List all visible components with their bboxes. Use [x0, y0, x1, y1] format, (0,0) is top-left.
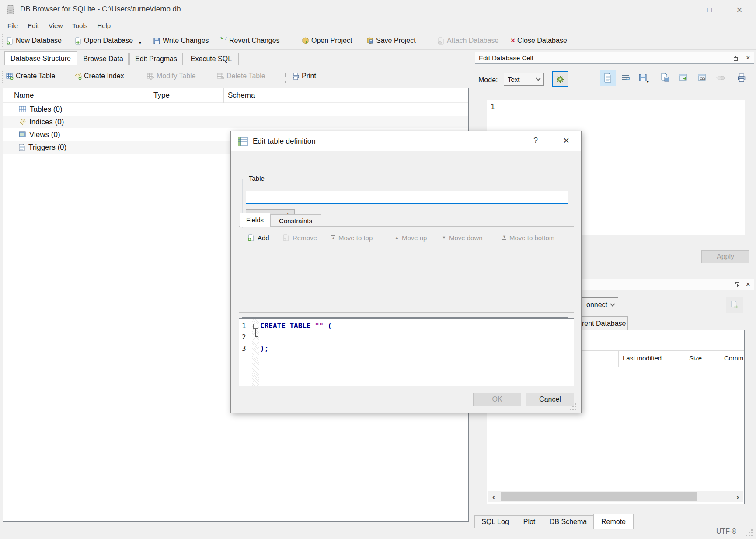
menu-view[interactable]: View [44, 19, 67, 32]
remote-push-button[interactable] [726, 297, 743, 313]
tree-row-tables[interactable]: Tables (0) [3, 103, 468, 116]
col-commit[interactable]: Comm [724, 354, 743, 362]
revert-changes-button[interactable]: Revert Changes [219, 34, 280, 47]
scrollbar-thumb[interactable] [501, 492, 697, 501]
add-field-icon [247, 234, 254, 241]
tab-constraints[interactable]: Constraints [270, 214, 321, 227]
attach-database-button[interactable]: Attach Database [437, 34, 498, 47]
open-database-button[interactable]: Open Database [74, 34, 133, 47]
move-bottom-icon: ▼ [502, 235, 506, 240]
open-in-external-button[interactable] [676, 70, 691, 86]
modify-table-button[interactable]: Modify Table [147, 70, 196, 83]
chevron-down-icon [610, 301, 615, 306]
import-text-button[interactable]: ▼ [635, 70, 651, 86]
move-down-button[interactable]: ▼ Move down [442, 232, 483, 243]
word-wrap-button[interactable] [618, 70, 634, 86]
sql-preview-editor[interactable]: 1 2 3 − CREATE TABLE "" ( ); [239, 318, 574, 386]
close-database-button[interactable]: × Close Database [511, 34, 567, 47]
tree-row-indices[interactable]: Indices (0) [3, 116, 468, 128]
move-bottom-button[interactable]: ▼ Move to bottom [502, 232, 554, 243]
menu-help[interactable]: Help [92, 19, 115, 32]
scroll-left-icon[interactable]: ‹ [488, 491, 499, 502]
maximize-button[interactable]: □ [697, 4, 722, 17]
attach-database-icon [437, 37, 445, 45]
cancel-button[interactable]: Cancel [526, 393, 574, 406]
open-database-dropdown-arrow[interactable]: ▼ [138, 41, 142, 45]
print-cell-button[interactable] [734, 70, 749, 86]
write-changes-button[interactable]: Write Changes [153, 34, 209, 47]
move-up-button[interactable]: ▲ Move up [395, 232, 427, 243]
tab-fields[interactable]: Fields [240, 213, 270, 227]
menu-edit[interactable]: Edit [23, 19, 44, 32]
tab-edit-pragmas[interactable]: Edit Pragmas [129, 53, 183, 65]
set-null-button[interactable] [713, 70, 728, 86]
mode-label: Mode: [478, 76, 498, 84]
toolbar-handle[interactable] [2, 34, 3, 47]
remote-h-scrollbar[interactable]: ‹ › [488, 491, 743, 502]
close-button[interactable]: × [727, 4, 752, 17]
close-panel-icon[interactable]: × [746, 53, 750, 63]
tree-column-schema[interactable]: Schema [228, 91, 255, 100]
mode-select[interactable]: Text [504, 73, 544, 86]
line-number: 3 [242, 344, 246, 353]
close-panel-icon[interactable]: × [746, 280, 750, 289]
print-button[interactable]: Print [292, 70, 316, 83]
remove-field-button[interactable]: Remove [282, 232, 317, 243]
remote-v-scrollbar[interactable] [746, 330, 754, 504]
col-size[interactable]: Size [689, 354, 702, 362]
tab-plot[interactable]: Plot [516, 515, 543, 528]
views-icon [19, 131, 26, 138]
menu-bar: File Edit View Tools Help [3, 19, 115, 32]
document-icon [604, 73, 612, 83]
dialog-resize-grip[interactable] [570, 409, 571, 410]
cell-settings-button[interactable] [552, 71, 568, 87]
float-panel-icon[interactable] [734, 282, 739, 287]
export-text-button[interactable] [657, 70, 673, 86]
scroll-right-icon[interactable]: › [732, 491, 743, 502]
menu-file[interactable]: File [3, 19, 23, 32]
title-bar: DB Browser for SQLite - C:\Users\turne\d… [0, 0, 756, 19]
move-top-button[interactable]: ▲ Move to top [331, 232, 373, 243]
import-file-icon [638, 74, 647, 82]
dialog-help-icon[interactable]: ? [533, 136, 538, 145]
table-name-input[interactable] [246, 191, 568, 204]
save-project-button[interactable]: Save Project [366, 34, 416, 47]
tab-sql-log[interactable]: SQL Log [474, 515, 516, 528]
new-database-button[interactable]: New Database [6, 34, 62, 47]
tables-icon [19, 106, 26, 112]
create-index-button[interactable]: Create Index [74, 70, 124, 83]
float-panel-icon[interactable] [734, 56, 739, 61]
tab-browse-data[interactable]: Browse Data [78, 53, 129, 65]
encoding-status[interactable]: UTF-8 [716, 528, 736, 536]
toolbar-separator [432, 34, 432, 47]
menu-tools[interactable]: Tools [67, 19, 92, 32]
dialog-close-icon[interactable]: × [563, 134, 569, 147]
tab-remote[interactable]: Remote [593, 514, 634, 529]
ok-button[interactable]: OK [473, 393, 521, 406]
tab-database-structure[interactable]: Database Structure [4, 51, 77, 65]
apply-button[interactable]: Apply [701, 250, 749, 263]
tree-column-type[interactable]: Type [153, 91, 170, 100]
text-mode-button[interactable] [600, 70, 616, 86]
tab-db-schema[interactable]: DB Schema [543, 515, 594, 528]
create-table-button[interactable]: Create Table [6, 70, 55, 83]
minimize-button[interactable]: — [668, 4, 692, 17]
col-last-modified[interactable]: Last modified [623, 354, 662, 362]
open-project-button[interactable]: Open Project [302, 34, 352, 47]
export-file-icon [661, 73, 669, 83]
delete-table-icon [217, 73, 224, 80]
sql-line-1: CREATE TABLE "" ( [260, 322, 332, 330]
app-icon [5, 4, 16, 17]
fold-collapse-icon[interactable]: − [253, 324, 258, 329]
move-top-icon: ▲ [331, 235, 335, 240]
table-group-label: Table [247, 175, 266, 182]
window-resize-grip[interactable] [746, 535, 747, 536]
tab-current-database[interactable]: rent Database [578, 316, 628, 330]
tab-execute-sql[interactable]: Execute SQL [184, 53, 239, 65]
toolbar-handle[interactable] [2, 70, 3, 83]
add-field-button[interactable]: Add [247, 232, 269, 243]
dialog-table-icon [238, 137, 248, 146]
tree-column-name[interactable]: Name [14, 91, 34, 100]
delete-table-button[interactable]: Delete Table [217, 70, 265, 83]
link-button[interactable] [694, 70, 710, 86]
